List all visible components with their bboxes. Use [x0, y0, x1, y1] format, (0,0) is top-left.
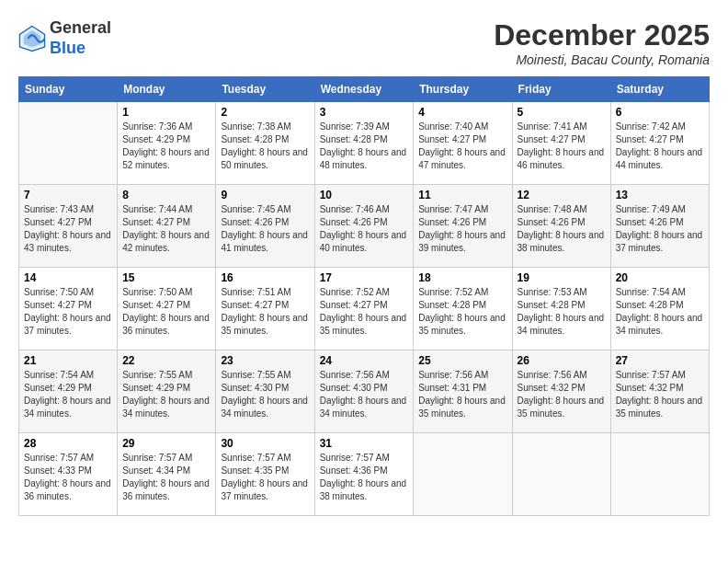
calendar-cell: 28 Sunrise: 7:57 AMSunset: 4:33 PMDaylig… — [19, 433, 118, 516]
day-number: 1 — [122, 106, 210, 119]
location: Moinesti, Bacau County, Romania — [494, 52, 710, 67]
calendar-cell — [19, 102, 118, 185]
logo-text: General Blue — [50, 18, 111, 58]
calendar-cell: 19 Sunrise: 7:53 AMSunset: 4:28 PMDaylig… — [512, 268, 610, 350]
day-number: 5 — [518, 106, 606, 119]
day-number: 25 — [418, 354, 506, 367]
day-number: 3 — [320, 106, 409, 119]
day-info: Sunrise: 7:53 AMSunset: 4:28 PMDaylight:… — [518, 287, 605, 336]
calendar-cell: 27 Sunrise: 7:57 AMSunset: 4:32 PMDaylig… — [610, 350, 709, 433]
calendar-cell: 17 Sunrise: 7:52 AMSunset: 4:27 PMDaylig… — [314, 268, 414, 350]
day-info: Sunrise: 7:51 AMSunset: 4:27 PMDaylight:… — [221, 287, 308, 336]
calendar-cell: 12 Sunrise: 7:48 AMSunset: 4:26 PMDaylig… — [512, 185, 610, 268]
day-number: 21 — [24, 354, 112, 367]
calendar-cell: 6 Sunrise: 7:42 AMSunset: 4:27 PMDayligh… — [610, 102, 709, 185]
calendar-cell: 1 Sunrise: 7:36 AMSunset: 4:29 PMDayligh… — [118, 102, 216, 185]
day-info: Sunrise: 7:57 AMSunset: 4:33 PMDaylight:… — [24, 453, 111, 501]
calendar-cell: 25 Sunrise: 7:56 AMSunset: 4:31 PMDaylig… — [414, 350, 512, 433]
day-number: 20 — [616, 271, 704, 284]
day-number: 17 — [320, 271, 409, 284]
calendar-cell: 29 Sunrise: 7:57 AMSunset: 4:34 PMDaylig… — [118, 433, 216, 516]
day-info: Sunrise: 7:57 AMSunset: 4:35 PMDaylight:… — [221, 453, 308, 501]
day-info: Sunrise: 7:44 AMSunset: 4:27 PMDaylight:… — [122, 204, 210, 253]
weekday-header: Friday — [512, 77, 610, 102]
day-number: 2 — [221, 106, 309, 119]
calendar-cell: 11 Sunrise: 7:47 AMSunset: 4:26 PMDaylig… — [414, 185, 512, 268]
calendar-cell: 8 Sunrise: 7:44 AMSunset: 4:27 PMDayligh… — [118, 185, 216, 268]
day-number: 16 — [221, 271, 309, 284]
day-info: Sunrise: 7:56 AMSunset: 4:30 PMDaylight:… — [320, 370, 407, 419]
calendar-week-row: 1 Sunrise: 7:36 AMSunset: 4:29 PMDayligh… — [19, 102, 710, 185]
calendar-cell — [414, 433, 512, 516]
calendar-cell: 21 Sunrise: 7:54 AMSunset: 4:29 PMDaylig… — [19, 350, 118, 433]
calendar-cell: 9 Sunrise: 7:45 AMSunset: 4:26 PMDayligh… — [216, 185, 314, 268]
day-info: Sunrise: 7:55 AMSunset: 4:30 PMDaylight:… — [221, 370, 308, 419]
logo: General Blue — [18, 18, 111, 58]
day-info: Sunrise: 7:39 AMSunset: 4:28 PMDaylight:… — [320, 121, 407, 170]
day-number: 4 — [418, 106, 506, 119]
calendar-cell: 14 Sunrise: 7:50 AMSunset: 4:27 PMDaylig… — [19, 268, 118, 350]
day-number: 18 — [418, 271, 506, 284]
day-info: Sunrise: 7:42 AMSunset: 4:27 PMDaylight:… — [616, 121, 703, 170]
day-info: Sunrise: 7:56 AMSunset: 4:32 PMDaylight:… — [518, 370, 605, 419]
day-number: 11 — [418, 189, 506, 201]
day-info: Sunrise: 7:41 AMSunset: 4:27 PMDaylight:… — [518, 121, 605, 170]
weekday-header: Monday — [118, 77, 216, 102]
calendar-cell: 23 Sunrise: 7:55 AMSunset: 4:30 PMDaylig… — [216, 350, 314, 433]
calendar-cell — [610, 433, 709, 516]
calendar-cell: 10 Sunrise: 7:46 AMSunset: 4:26 PMDaylig… — [314, 185, 414, 268]
page-header: General Blue December 2025 Moinesti, Bac… — [18, 18, 710, 67]
weekday-header: Sunday — [19, 77, 118, 102]
weekday-header: Wednesday — [314, 77, 414, 102]
calendar-cell: 18 Sunrise: 7:52 AMSunset: 4:28 PMDaylig… — [414, 268, 512, 350]
day-number: 6 — [616, 106, 704, 119]
day-info: Sunrise: 7:54 AMSunset: 4:29 PMDaylight:… — [24, 370, 111, 419]
day-info: Sunrise: 7:57 AMSunset: 4:34 PMDaylight:… — [122, 453, 210, 501]
calendar-cell: 22 Sunrise: 7:55 AMSunset: 4:29 PMDaylig… — [118, 350, 216, 433]
logo-icon — [18, 25, 46, 52]
header-row: SundayMondayTuesdayWednesdayThursdayFrid… — [19, 77, 710, 102]
day-number: 29 — [122, 437, 210, 450]
calendar-cell: 20 Sunrise: 7:54 AMSunset: 4:28 PMDaylig… — [610, 268, 709, 350]
day-info: Sunrise: 7:57 AMSunset: 4:36 PMDaylight:… — [320, 453, 407, 501]
day-number: 9 — [221, 189, 309, 201]
calendar-cell — [512, 433, 610, 516]
weekday-header: Saturday — [610, 77, 709, 102]
day-info: Sunrise: 7:38 AMSunset: 4:28 PMDaylight:… — [221, 121, 308, 170]
weekday-header: Thursday — [414, 77, 512, 102]
day-info: Sunrise: 7:52 AMSunset: 4:28 PMDaylight:… — [418, 287, 506, 336]
day-number: 8 — [122, 189, 210, 201]
day-info: Sunrise: 7:43 AMSunset: 4:27 PMDaylight:… — [24, 204, 111, 253]
day-info: Sunrise: 7:36 AMSunset: 4:29 PMDaylight:… — [122, 121, 210, 170]
day-info: Sunrise: 7:45 AMSunset: 4:26 PMDaylight:… — [221, 204, 308, 253]
calendar-cell: 31 Sunrise: 7:57 AMSunset: 4:36 PMDaylig… — [314, 433, 414, 516]
calendar-cell: 4 Sunrise: 7:40 AMSunset: 4:27 PMDayligh… — [414, 102, 512, 185]
day-info: Sunrise: 7:49 AMSunset: 4:26 PMDaylight:… — [616, 204, 703, 253]
calendar-cell: 30 Sunrise: 7:57 AMSunset: 4:35 PMDaylig… — [216, 433, 314, 516]
calendar-cell: 26 Sunrise: 7:56 AMSunset: 4:32 PMDaylig… — [512, 350, 610, 433]
calendar-cell: 15 Sunrise: 7:50 AMSunset: 4:27 PMDaylig… — [118, 268, 216, 350]
day-number: 12 — [518, 189, 606, 201]
calendar-table: SundayMondayTuesdayWednesdayThursdayFrid… — [18, 76, 710, 516]
day-info: Sunrise: 7:47 AMSunset: 4:26 PMDaylight:… — [418, 204, 506, 253]
day-number: 23 — [221, 354, 309, 367]
day-info: Sunrise: 7:50 AMSunset: 4:27 PMDaylight:… — [24, 287, 111, 336]
weekday-header: Tuesday — [216, 77, 314, 102]
day-info: Sunrise: 7:57 AMSunset: 4:32 PMDaylight:… — [616, 370, 703, 419]
day-number: 26 — [518, 354, 606, 367]
calendar-week-row: 14 Sunrise: 7:50 AMSunset: 4:27 PMDaylig… — [19, 268, 710, 350]
day-info: Sunrise: 7:48 AMSunset: 4:26 PMDaylight:… — [518, 204, 605, 253]
day-info: Sunrise: 7:52 AMSunset: 4:27 PMDaylight:… — [320, 287, 407, 336]
calendar-week-row: 28 Sunrise: 7:57 AMSunset: 4:33 PMDaylig… — [19, 433, 710, 516]
day-number: 28 — [24, 437, 112, 450]
calendar-cell: 3 Sunrise: 7:39 AMSunset: 4:28 PMDayligh… — [314, 102, 414, 185]
day-number: 24 — [320, 354, 409, 367]
day-number: 7 — [24, 189, 112, 201]
month-title: December 2025 — [494, 18, 710, 52]
day-info: Sunrise: 7:55 AMSunset: 4:29 PMDaylight:… — [122, 370, 210, 419]
calendar-cell: 13 Sunrise: 7:49 AMSunset: 4:26 PMDaylig… — [610, 185, 709, 268]
logo-blue: Blue — [50, 39, 85, 57]
calendar-cell: 7 Sunrise: 7:43 AMSunset: 4:27 PMDayligh… — [19, 185, 118, 268]
day-number: 19 — [518, 271, 606, 284]
day-number: 14 — [24, 271, 112, 284]
